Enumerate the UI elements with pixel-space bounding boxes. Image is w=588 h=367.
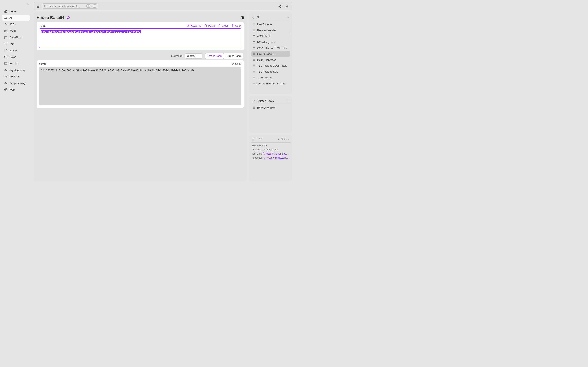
tool-item[interactable]: JSON To JSON Schema	[251, 81, 290, 86]
svg-rect-2	[6, 31, 7, 32]
tool-item[interactable]: TSV Table to JSON Table	[251, 63, 290, 68]
center-panel: Hex to Base64 input Read fil	[34, 12, 247, 182]
svg-rect-28	[242, 17, 243, 19]
tool-link-label: Tool Link:	[251, 152, 262, 155]
sidebar-item-text[interactable]: Text	[2, 41, 30, 47]
tool-item-label: CSV Table to HTML Table	[257, 47, 288, 50]
delimiter-select[interactable]: (empty)	[185, 53, 202, 58]
sidebar-item-label: Cryptography	[9, 68, 25, 72]
check-icon[interactable]	[284, 138, 287, 141]
uppercase-button[interactable]: Upper Case	[224, 53, 243, 58]
svg-point-25	[286, 5, 287, 6]
home-button[interactable]	[36, 4, 40, 8]
svg-rect-30	[205, 25, 206, 25]
copy-icon[interactable]	[263, 152, 265, 155]
sidebar-item-image[interactable]: Image	[2, 47, 30, 53]
user-icon[interactable]	[285, 4, 288, 8]
lowercase-button[interactable]: Lower Case	[205, 53, 224, 59]
right-sidebar: All Hex EncodeRequest senderASCII TableR…	[249, 12, 292, 182]
tool-item-label: YAML To XML	[257, 76, 274, 79]
panel-layout-icon[interactable]	[241, 16, 244, 19]
sidebar-item-label: Text	[9, 42, 14, 45]
tool-item[interactable]: Hex to Base64	[251, 51, 290, 57]
tool-item-label: JSON To JSON Schema	[257, 82, 286, 85]
tool-item-label: ASCII Table	[257, 35, 271, 38]
tool-item[interactable]: ASCII Table	[251, 33, 290, 39]
chevron-down-icon	[198, 55, 200, 57]
sidebar-item-encode[interactable]: Encode	[2, 60, 30, 67]
bell-icon	[253, 53, 256, 55]
tool-item-label: TSV Table to JSON Table	[257, 64, 287, 67]
bell-icon	[253, 107, 256, 109]
zap-icon	[4, 68, 7, 72]
tool-item-label: TSV Table to SQL	[257, 70, 278, 73]
sidebar-item-label: Network	[9, 75, 19, 78]
chevron-down-icon[interactable]	[287, 100, 290, 102]
all-tools-panel: All Hex EncodeRequest senderASCII TableR…	[249, 12, 292, 94]
sidebar-item-yaml[interactable]: YAML	[2, 28, 30, 34]
output-textarea[interactable]: 1fc05187c8f8f0ef6861ab5fbb9019ceae80f512…	[39, 67, 241, 105]
copy-output-button[interactable]: Copy	[232, 62, 241, 66]
bell-icon	[253, 41, 256, 43]
copy-input-button[interactable]: Copy	[232, 24, 241, 27]
tool-item[interactable]: TSV Table to SQL	[251, 69, 290, 75]
tool-item-label: Hex Encode	[257, 23, 272, 26]
tool-item[interactable]: Hex Encode	[251, 22, 290, 27]
tool-link-value[interactable]: https://t.he3app.co…	[266, 152, 289, 155]
sidebar-item-programming[interactable]: Programming	[2, 80, 30, 86]
info-panel: 1.0.0 Hex to Base64 Published at:5 days …	[249, 135, 292, 182]
scrollbar-thumb[interactable]	[290, 31, 290, 33]
svg-point-39	[285, 138, 286, 140]
svg-marker-15	[4, 82, 7, 84]
wifi-icon	[4, 75, 7, 78]
tool-item[interactable]: RSA decryption	[251, 39, 290, 45]
tool-item-label: Hex to Base64	[257, 52, 275, 55]
bell-icon	[253, 76, 256, 79]
read-file-button[interactable]: Read file	[187, 24, 201, 27]
tool-item[interactable]: YAML To XML	[251, 75, 290, 80]
sidebar-item-label: Web	[9, 88, 15, 91]
tool-item[interactable]: CSV Table to HTML Table	[251, 45, 290, 51]
clear-button[interactable]: Clear	[218, 24, 228, 27]
sidebar-item-json[interactable]: JSON	[2, 21, 30, 27]
sidebar-item-label: All	[9, 16, 12, 19]
globe-icon[interactable]	[281, 138, 283, 141]
sidebar-item-all[interactable]: All	[2, 15, 30, 21]
svg-line-19	[46, 7, 46, 7]
sidebar-item-cryptography[interactable]: Cryptography	[2, 67, 30, 73]
zap-icon	[4, 81, 7, 85]
collapse-sidebar-button[interactable]	[2, 2, 30, 8]
sidebar-item-web[interactable]: Web	[2, 86, 30, 92]
svg-point-21	[279, 6, 279, 7]
sidebar-item-date-time[interactable]: Date/Time	[2, 34, 30, 40]
tool-item[interactable]: PGP Decryption	[251, 57, 290, 63]
sidebar-item-home[interactable]: Home	[2, 8, 30, 14]
paste-button[interactable]: Paste	[204, 24, 215, 27]
share-icon[interactable]	[278, 4, 282, 8]
feedback-value[interactable]: https://github.com/…	[267, 156, 290, 159]
svg-rect-32	[233, 64, 234, 65]
svg-line-23	[279, 6, 281, 7]
input-textarea[interactable]: H8BRh8j48O9oYatfu5AZzq6A9RINhZO5H16dQZng…	[39, 28, 241, 48]
favorite-star-icon[interactable]	[67, 16, 70, 19]
related-tool-item[interactable]: Base64 to Hex	[251, 105, 290, 111]
message-icon[interactable]	[264, 156, 266, 159]
sidebar-item-label: Encode	[9, 62, 18, 65]
svg-point-22	[280, 7, 281, 7]
sidebar-item-label: Programming	[9, 82, 25, 85]
copy-icon[interactable]	[278, 138, 280, 141]
svg-rect-31	[233, 25, 234, 27]
search-box[interactable]: ⌘ + K	[42, 3, 98, 8]
tool-item[interactable]: Request sender	[251, 27, 290, 33]
sidebar-item-color[interactable]: Color	[2, 54, 30, 60]
bell-icon	[253, 71, 256, 73]
svg-rect-1	[6, 30, 7, 30]
sidebar-item-network[interactable]: Network	[2, 73, 30, 80]
chevron-down-icon[interactable]	[287, 138, 290, 141]
link-icon	[252, 100, 255, 102]
svg-rect-40	[264, 153, 265, 155]
chevron-down-icon[interactable]	[287, 16, 290, 19]
plug-icon	[4, 23, 7, 26]
search-input[interactable]	[48, 4, 85, 8]
bell-icon	[252, 16, 255, 19]
